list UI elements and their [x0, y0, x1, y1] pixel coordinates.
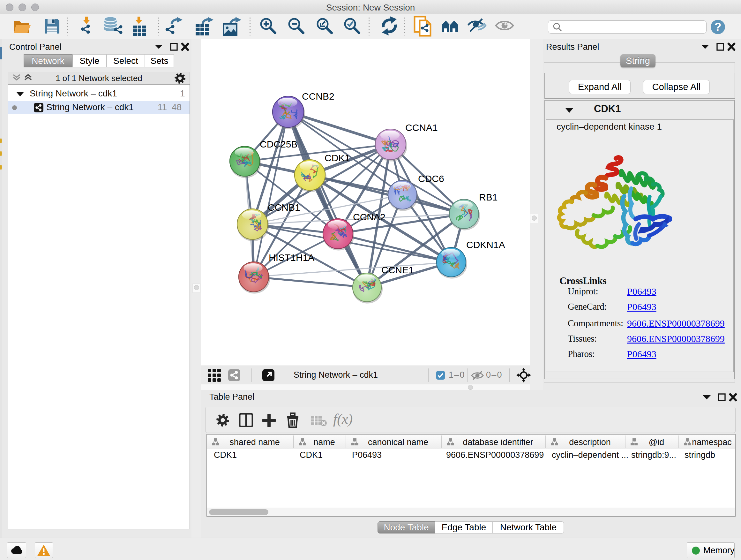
svg-text:CCNA1: CCNA1 [405, 122, 438, 133]
svg-text:canonical name: canonical name [368, 437, 428, 447]
svg-text:@id: @id [649, 437, 664, 447]
svg-text:description: description [569, 437, 611, 447]
svg-text:CCNB2: CCNB2 [302, 91, 334, 102]
svg-text:CDK1: CDK1 [325, 152, 350, 163]
svg-text:CDKN1A: CDKN1A [466, 240, 505, 250]
svg-text:namespac: namespac [692, 437, 732, 447]
svg-text:name: name [313, 437, 335, 447]
svg-text:shared name: shared name [229, 437, 280, 447]
svg-text:database identifier: database identifier [463, 437, 533, 447]
svg-text:HIST1H1A: HIST1H1A [269, 252, 314, 263]
svg-text:CCNE1: CCNE1 [381, 265, 414, 275]
svg-text:RB1: RB1 [479, 192, 497, 202]
svg-text:CDC6: CDC6 [418, 173, 444, 184]
svg-text:CDC25B: CDC25B [260, 139, 297, 149]
svg-text:CCNA2: CCNA2 [353, 212, 386, 222]
svg-text:CCNB1: CCNB1 [268, 202, 300, 212]
